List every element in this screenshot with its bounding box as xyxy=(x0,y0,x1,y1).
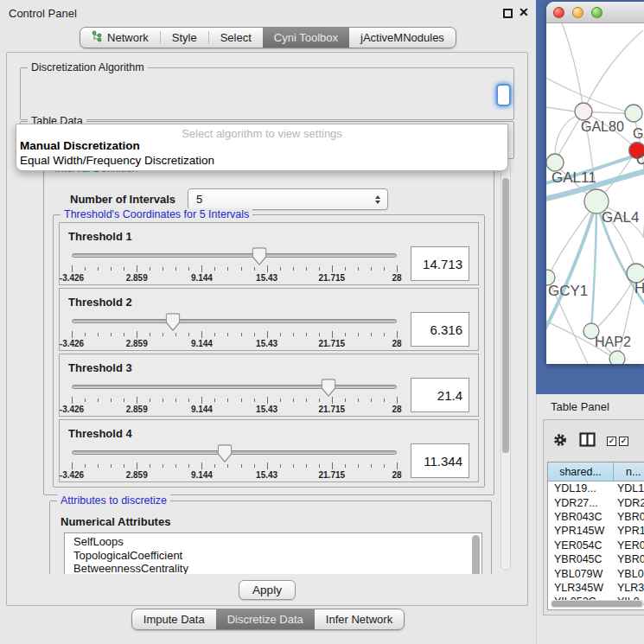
cell-name[interactable]: YBR0... xyxy=(614,553,644,565)
table-hscrollbar-thumb[interactable] xyxy=(552,601,642,607)
table-toolbar: ✓ ✓ xyxy=(544,420,644,455)
group-interval-definition: Interval Definition Number of Intervals … xyxy=(43,169,494,495)
group-attributes: Attributes to discretize Numerical Attri… xyxy=(49,501,492,574)
table-row[interactable]: YER054CYER0... xyxy=(548,539,644,552)
cell-name[interactable]: YDL1... xyxy=(614,482,644,494)
node-gal80 xyxy=(575,103,592,120)
cell-shared-name[interactable]: YBR045C xyxy=(548,553,614,565)
attribute-list-item[interactable]: BetweennessCentrality xyxy=(73,562,481,574)
cell-shared-name[interactable]: YLR345W xyxy=(548,582,614,594)
threshold-slider[interactable]: -3.4262.8599.14415.4321.71528 xyxy=(72,378,397,421)
slider-scale: -3.4262.8599.14415.4321.71528 xyxy=(72,470,397,481)
split-columns-icon[interactable] xyxy=(579,432,596,450)
menu-item-equal-width-frequency[interactable]: Equal Width/Frequency Discretization xyxy=(16,154,507,169)
table-panel-inset: ✓ ✓ shared... n... YDL19...YDL1...YDR27.… xyxy=(543,419,644,615)
node-table: shared... n... YDL19...YDL1...YDR27...YD… xyxy=(547,462,644,610)
close-icon[interactable]: ✕ xyxy=(519,5,529,19)
num-intervals-combobox[interactable]: 5 xyxy=(188,188,388,210)
attributes-list[interactable]: SelfLoopsTopologicalCoefficientBetweenne… xyxy=(64,532,482,574)
tab-select[interactable]: Select xyxy=(209,28,263,48)
column-header-shared-name[interactable]: shared... xyxy=(548,462,614,481)
attribute-list-item[interactable]: SelfLoops xyxy=(73,535,481,549)
table-row[interactable]: YDR27...YDR2... xyxy=(548,495,644,509)
cell-shared-name[interactable]: YBL079W xyxy=(548,568,614,580)
cell-name[interactable]: YLR3... xyxy=(614,582,644,594)
gear-icon[interactable] xyxy=(552,432,568,451)
tab-discretize-data[interactable]: Discretize Data xyxy=(216,609,315,629)
checkbox-checked-icon[interactable]: ✓ xyxy=(619,437,628,446)
table-row[interactable]: YPR145WYPR1... xyxy=(548,524,644,538)
slider-track[interactable] xyxy=(72,319,397,323)
tab-infer-network[interactable]: Infer Network xyxy=(315,609,404,629)
threshold-label: Threshold 2 xyxy=(68,296,469,309)
slider-scale: -3.4262.8599.14415.4321.71528 xyxy=(72,339,397,349)
threshold-label: Threshold 1 xyxy=(68,230,469,243)
cell-name[interactable]: YBR0... xyxy=(614,511,644,523)
cyni-toolbox-panel: Discretization Algorithm Select algorith… xyxy=(6,52,528,606)
threshold-slider[interactable]: -3.4262.8599.14415.4321.71528 xyxy=(72,443,397,487)
slider-track[interactable] xyxy=(72,450,397,455)
slider-thumb-icon[interactable] xyxy=(322,379,336,397)
float-icon[interactable] xyxy=(503,9,513,18)
control-panel: Control Panel ✕ Network Style Select xyxy=(0,0,536,634)
table-horizontal-scrollbar[interactable] xyxy=(551,600,644,608)
attribute-list-item[interactable]: TopologicalCoefficient xyxy=(73,549,481,563)
tab-network[interactable]: Network xyxy=(80,28,160,48)
column-header-name[interactable]: n... xyxy=(614,462,644,481)
threshold-slider[interactable]: -3.4262.8599.14415.4321.71528 xyxy=(72,312,397,355)
panel-scrollbar-thumb[interactable] xyxy=(502,178,509,453)
tab-impute-data[interactable]: Impute Data xyxy=(132,609,216,629)
list-scrollbar[interactable] xyxy=(472,535,480,574)
top-tab-bar: Network Style Select Cyni Toolbox jActiv… xyxy=(0,27,536,48)
node-label: GA xyxy=(633,126,644,141)
minimize-traffic-light-icon[interactable] xyxy=(572,7,583,18)
cell-shared-name[interactable]: YDL19... xyxy=(548,482,614,494)
slider-thumb-icon[interactable] xyxy=(165,313,180,331)
threshold-value-field[interactable]: 21.4 xyxy=(411,378,469,412)
tab-cyni-toolbox[interactable]: Cyni Toolbox xyxy=(263,28,349,48)
cell-shared-name[interactable]: YPR145W xyxy=(548,525,614,537)
slider-track[interactable] xyxy=(72,253,397,258)
cell-shared-name[interactable]: YBR043C xyxy=(548,511,614,523)
cell-name[interactable]: YDR2... xyxy=(614,497,644,509)
network-canvas[interactable]: GAL80 GA C GAL11 GAL4 GCY1 H HAP2 xyxy=(546,23,644,364)
table-row[interactable]: YDL19...YDL1... xyxy=(548,481,644,495)
network-window: GAL80 GA C GAL11 GAL4 GCY1 H HAP2 xyxy=(546,2,644,364)
slider-thumb-icon[interactable] xyxy=(217,444,232,462)
algorithm-combo-focus-ring[interactable] xyxy=(496,84,511,106)
threshold-label: Threshold 3 xyxy=(68,361,469,374)
tab-style[interactable]: Style xyxy=(161,28,208,48)
table-row[interactable]: YLR345WYLR3... xyxy=(548,581,644,595)
group-label-attributes: Attributes to discretize xyxy=(57,494,170,507)
menu-item-manual-discretization[interactable]: Manual Discretization xyxy=(16,139,507,154)
column-visibility-icons[interactable]: ✓ ✓ xyxy=(607,437,628,446)
cell-name[interactable]: YPR1... xyxy=(614,525,644,537)
slider-scale: -3.4262.8599.14415.4321.71528 xyxy=(72,405,397,415)
panel-scrollbar[interactable] xyxy=(501,163,511,571)
cell-shared-name[interactable]: YDR27... xyxy=(548,497,614,509)
apply-button[interactable]: Apply xyxy=(239,580,296,600)
table-row[interactable]: YBR045CYBR0... xyxy=(548,552,644,566)
zoom-traffic-light-icon[interactable] xyxy=(591,7,603,18)
group-discretization-algorithm: Discretization Algorithm xyxy=(20,67,514,120)
threshold-row: Threshold 2-3.4262.8599.14415.4321.71528… xyxy=(59,288,479,351)
checkbox-checked-icon[interactable]: ✓ xyxy=(607,437,616,446)
cell-name[interactable]: YBL0... xyxy=(614,568,644,580)
tab-jactivemnodules[interactable]: jActiveMNodules xyxy=(349,28,456,48)
threshold-value-field[interactable]: 11.344 xyxy=(411,443,469,478)
settings-scroll-viewport: Interval Definition Number of Intervals … xyxy=(12,162,513,574)
cell-shared-name[interactable]: YER054C xyxy=(548,539,614,552)
threshold-value-field[interactable]: 6.316 xyxy=(411,312,469,347)
close-traffic-light-icon[interactable] xyxy=(553,7,564,18)
threshold-slider[interactable]: -3.4262.8599.14415.4321.71528 xyxy=(72,246,397,290)
table-row[interactable]: YBL079WYBL0... xyxy=(548,566,644,580)
cell-name[interactable]: YER0... xyxy=(614,539,644,552)
node-top-right xyxy=(625,105,642,122)
table-row[interactable]: YBR043CYBR0... xyxy=(548,510,644,524)
slider-ticks xyxy=(72,396,397,404)
threshold-row: Threshold 1-3.4262.8599.14415.4321.71528… xyxy=(59,222,479,285)
threshold-value-field[interactable]: 14.713 xyxy=(411,246,469,281)
node-label: GCY1 xyxy=(548,283,588,299)
slider-track[interactable] xyxy=(72,385,397,389)
slider-thumb-icon[interactable] xyxy=(252,247,267,265)
